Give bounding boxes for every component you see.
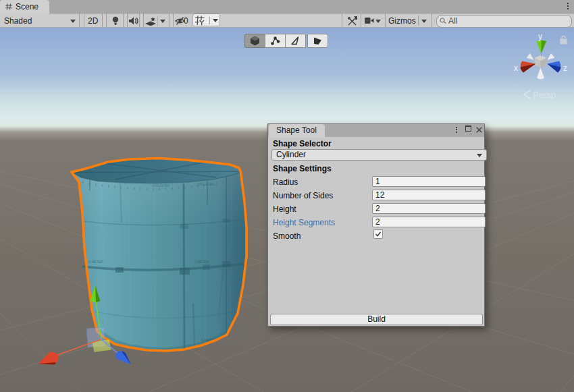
svg-text:1 METER: 1 METER [194,260,209,264]
svg-text:2POLIGONS: 2POLIGONS [197,183,215,186]
svg-text:y: y [538,32,542,41]
svg-text:Persp: Persp [533,90,556,100]
svg-text:x: x [514,63,518,73]
svg-text:z: z [563,63,567,73]
svg-text:1 METER: 1 METER [88,260,103,264]
svg-text:2POLIGONS: 2POLIGONS [152,184,169,188]
